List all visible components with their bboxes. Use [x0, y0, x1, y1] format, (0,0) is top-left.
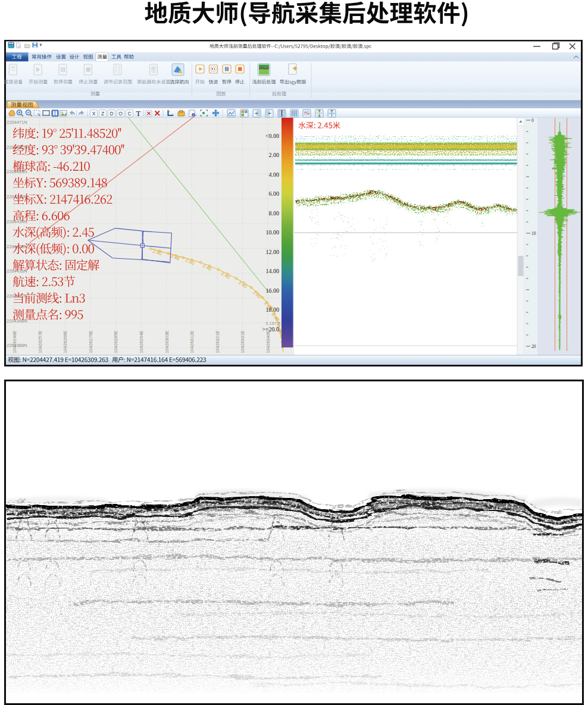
svg-text:20: 20 — [531, 344, 536, 349]
svg-text:>=20.0: >=20.0 — [262, 326, 279, 333]
svg-text:Z: Z — [101, 111, 104, 117]
svg-text:2204407N: 2204407N — [7, 293, 27, 299]
svg-text:10426275E: 10426275E — [88, 331, 93, 353]
svg-text:O: O — [118, 111, 123, 117]
svg-text:10426248E: 10426248E — [12, 331, 17, 353]
svg-text:2204471N: 2204471N — [7, 120, 27, 125]
svg-text:4.00: 4.00 — [269, 171, 280, 178]
svg-text:10426312E: 10426312E — [189, 331, 195, 353]
svg-text:10426294E: 10426294E — [139, 331, 144, 353]
svg-text:10426303E: 10426303E — [164, 331, 170, 353]
svg-text:6.00: 6.00 — [269, 190, 280, 197]
svg-text:10.00: 10.00 — [266, 229, 280, 236]
svg-text:C: C — [127, 111, 131, 117]
svg-text:14.00: 14.00 — [266, 268, 280, 274]
svg-text:16.00: 16.00 — [266, 287, 280, 294]
svg-text:10426340E: 10426340E — [265, 331, 271, 353]
svg-text:18.00: 18.00 — [266, 306, 280, 313]
svg-text:10426266E: 10426266E — [62, 331, 68, 353]
svg-text:2204453N: 2204453N — [7, 169, 27, 174]
svg-text:10426285E: 10426285E — [113, 331, 118, 353]
svg-text:0: 0 — [531, 118, 534, 123]
svg-text:2204416N: 2204416N — [7, 268, 27, 274]
svg-text:<0.00: <0.00 — [265, 133, 279, 139]
svg-text:10: 10 — [531, 231, 536, 236]
svg-text:2.00: 2.00 — [269, 152, 280, 158]
svg-text:T: T — [136, 109, 141, 118]
svg-text:10426331E: 10426331E — [240, 331, 245, 353]
svg-text:10426321E: 10426321E — [215, 331, 220, 353]
svg-text:10426257E: 10426257E — [37, 331, 43, 353]
svg-text:X: X — [92, 111, 96, 117]
svg-text:12.00: 12.00 — [266, 249, 280, 255]
svg-text:D: D — [110, 111, 113, 117]
svg-text:i: i — [193, 113, 193, 117]
svg-text:8.00: 8.00 — [269, 210, 280, 217]
